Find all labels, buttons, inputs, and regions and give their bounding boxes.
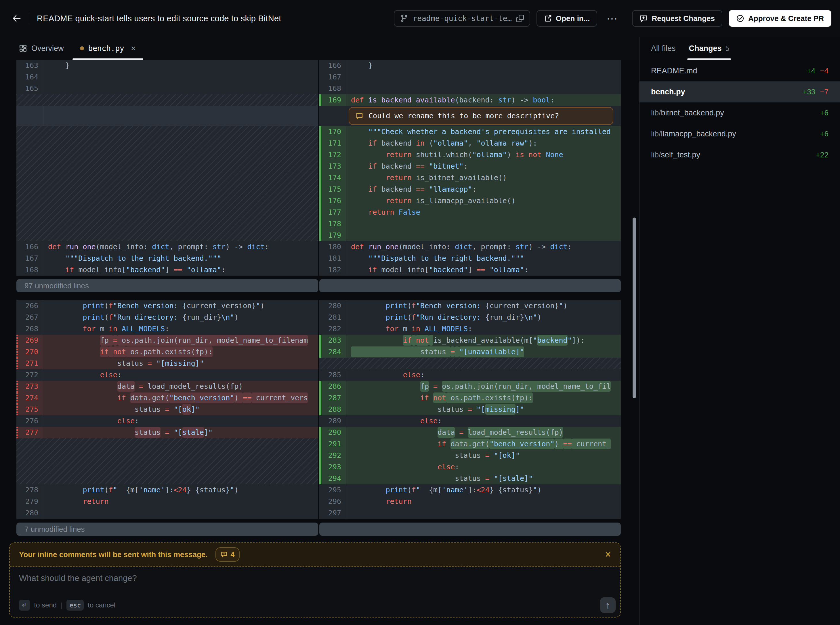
diff-line-new-179[interactable]: 179 (319, 230, 621, 241)
diff-line-new-285[interactable]: 285 else: (319, 369, 621, 381)
diff-line-new-297[interactable]: 297 (319, 507, 621, 519)
diff-line-old-277[interactable]: 277 status = "[stale]" (16, 427, 318, 438)
diff-line-new-283[interactable]: 283 if not is_backend_available(m["backe… (319, 335, 621, 346)
diff-line-new-167[interactable]: 167 (319, 72, 621, 83)
unmodified-lines-bar[interactable] (319, 522, 621, 536)
diff-line-new-176[interactable]: 176 return is_llamacpp_available() (319, 195, 621, 207)
unmodified-lines-bar[interactable] (319, 279, 621, 292)
approve-create-pr-button[interactable]: Approve & Create PR (729, 10, 831, 27)
file-list-item[interactable]: lib/bitnet_backend.py+6 (640, 103, 840, 123)
request-changes-label: Request Changes (652, 14, 715, 23)
diff-line-new-177[interactable]: 177 return False (319, 207, 621, 218)
page-title: README quick-start tells users to edit s… (37, 14, 281, 23)
diff-line-old-279[interactable]: 279 return (16, 496, 318, 507)
diff-line-old-168[interactable]: 168 if model_info["backend"] == "ollama"… (16, 264, 318, 276)
file-path-prefix: lib/ (651, 109, 661, 117)
close-tab-icon[interactable]: × (131, 44, 136, 53)
tab-overview-label: Overview (31, 44, 64, 53)
diff-line-new-169[interactable]: 169def is_backend_available(backend: str… (319, 94, 621, 106)
request-changes-button[interactable]: Request Changes (632, 10, 722, 27)
diff-line-new-174[interactable]: 174 return is_bitnet_available() (319, 172, 621, 183)
code-text: else: (346, 415, 621, 427)
diff-line-new-180[interactable]: 180def run_one(model_info: dict, prompt:… (319, 241, 621, 253)
composer-body[interactable]: What should the agent change? ↵ to send … (10, 567, 620, 617)
file-list-item[interactable]: README.md+4−4 (640, 61, 840, 81)
diff-scrollbar[interactable] (633, 218, 636, 398)
file-list-item[interactable]: lib/self_test.py+22 (640, 145, 840, 165)
diff-line-old-266[interactable]: 266 print(f"Bench version: {current_vers… (16, 300, 318, 312)
diff-line-old-271[interactable]: 271 status = "[missing]" (16, 358, 318, 369)
diff-line-new-181[interactable]: 181 """Dispatch to the right backend.""" (319, 253, 621, 264)
diff-line-old-267[interactable]: 267 print(f"Run directory: {run_dir}\n") (16, 312, 318, 323)
diff-line-new-166[interactable]: 166 } (319, 60, 621, 72)
code-text: if not os.path.exists(fp): (43, 346, 318, 358)
diff-line-new-281[interactable]: 281 print(f"Run directory: {run_dir}\n") (319, 312, 621, 323)
diff-line-new-168[interactable]: 168 (319, 83, 621, 94)
diff-line-new-175[interactable]: 175 if backend == "llamacpp": (319, 183, 621, 195)
diff-line-old-278[interactable]: 278 print(f" {m['name']:<24} {status}") (16, 484, 318, 496)
diff-line-old-163[interactable]: 163 } (16, 60, 318, 72)
diff-line-new-282[interactable]: 282 for m in ALL_MODELS: (319, 323, 621, 335)
branch-chip[interactable]: readme-quick-start-te… (394, 10, 530, 27)
code-text: fp = os.path.join(run_dir, model_name_to… (346, 381, 621, 392)
tab-changes[interactable]: Changes 5 (689, 37, 730, 60)
diff-line-new-290[interactable]: 290 data = load_model_results(fp) (319, 427, 621, 438)
diff-line-old-276[interactable]: 276 else: (16, 415, 318, 427)
diff-line-old-268[interactable]: 268 for m in ALL_MODELS: (16, 323, 318, 335)
diff-line-new-296[interactable]: 296 return (319, 496, 621, 507)
diff-line-new-182[interactable]: 182 if model_info["backend"] == "ollama"… (319, 264, 621, 276)
diff-line-new-288[interactable]: 288 status = "[missing]" (319, 404, 621, 415)
open-in-button[interactable]: Open in... (537, 10, 597, 27)
diff-line-old-274[interactable]: 274 if data.get("bench_version") == curr… (16, 392, 318, 404)
diff-line-old-165[interactable]: 165 (16, 83, 318, 94)
git-branch-icon (400, 14, 408, 22)
line-number: 181 (319, 253, 346, 264)
diff-line-old-273[interactable]: 273 data = load_model_results(fp) (16, 381, 318, 392)
diff-line-old-164[interactable]: 164 (16, 72, 318, 83)
diff-line-new-291[interactable]: 291 if data.get("bench_version") == curr… (319, 438, 621, 450)
diff-line-new-284[interactable]: 284 status = "[unavailable]" (319, 346, 621, 358)
diff-stats: +4−4 (807, 67, 829, 75)
diff-line-new-294[interactable]: 294 status = "[stale]" (319, 473, 621, 484)
file-list-item[interactable]: bench.py+33−7 (640, 81, 840, 103)
inline-comment-box[interactable]: Could we rename this to be more descript… (349, 107, 613, 125)
diff-line-new-286[interactable]: 286 fp = os.path.join(run_dir, model_nam… (319, 381, 621, 392)
diff-line-new-280[interactable]: 280 print(f"Bench version: {current_vers… (319, 300, 621, 312)
diff-line-new-172[interactable]: 172 return shutil.which("ollama") is not… (319, 149, 621, 160)
diff-line-new-173[interactable]: 173 if backend == "bitnet": (319, 160, 621, 172)
comment-count-badge[interactable]: 4 (216, 547, 240, 562)
diff-line-old-270[interactable]: 270 if not os.path.exists(fp): (16, 346, 318, 358)
diff-line-old-272[interactable]: 272 else: (16, 369, 318, 381)
all-files-label: All files (651, 44, 676, 53)
diff-line-new-171[interactable]: 171 if backend in ("ollama", "ollama_raw… (319, 138, 621, 149)
back-button[interactable] (9, 10, 25, 26)
send-button[interactable]: ↑ (600, 597, 616, 613)
diff-line-old-167[interactable]: 167 """Dispatch to the right backend.""" (16, 253, 318, 264)
diff-line-new-178[interactable]: 178 (319, 218, 621, 230)
tab-overview[interactable]: Overview (11, 37, 72, 60)
copy-icon[interactable] (516, 15, 524, 22)
tab-bench-py[interactable]: bench.py × (72, 37, 144, 60)
code-text: def run_one(model_info: dict, prompt: st… (346, 241, 621, 253)
header-divider (29, 12, 30, 25)
diff-line-new-287[interactable]: 287 if not os.path.exists(fp): (319, 392, 621, 404)
unmodified-lines-bar[interactable]: 97 unmodified lines (16, 279, 318, 292)
more-menu-button[interactable]: ⋯ (604, 12, 621, 25)
diff-line-new-293[interactable]: 293 else: (319, 461, 621, 473)
additions-count: +33 (803, 87, 815, 96)
diff-line-new-295[interactable]: 295 print(f" {m['name']:<24} {status}") (319, 484, 621, 496)
diff-line-old-269[interactable]: 269 fp = os.path.join(run_dir, model_nam… (16, 335, 318, 346)
diff-line-new-292[interactable]: 292 status = "[ok]" (319, 450, 621, 461)
tab-all-files[interactable]: All files (651, 37, 676, 60)
diff-line-new-289[interactable]: 289 else: (319, 415, 621, 427)
diff-stats: +33−7 (803, 87, 829, 96)
diff-line-old-280[interactable]: 280 (16, 507, 318, 519)
diff-line-new-170[interactable]: 170 """Check whether a backend's prerequ… (319, 126, 621, 138)
code-text: if not is_backend_available(m["backend"]… (346, 335, 621, 346)
file-list-item[interactable]: lib/llamacpp_backend.py+6 (640, 123, 840, 145)
unmodified-lines-bar[interactable]: 7 unmodified lines (16, 522, 318, 536)
unmodified-lines-label: 97 unmodified lines (25, 280, 89, 291)
diff-line-old-166[interactable]: 166def run_one(model_info: dict, prompt:… (16, 241, 318, 253)
dismiss-banner-icon[interactable]: × (605, 549, 611, 560)
diff-line-old-275[interactable]: 275 status = "[ok]" (16, 404, 318, 415)
